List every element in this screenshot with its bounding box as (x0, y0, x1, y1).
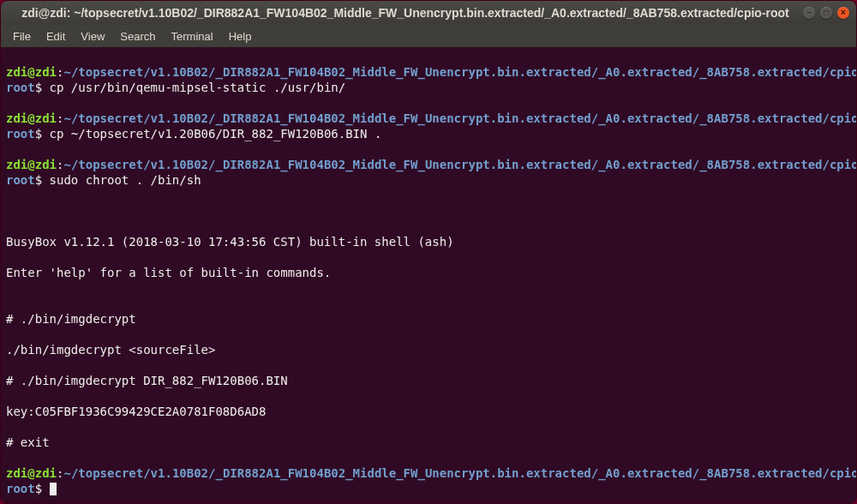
close-icon: × (841, 9, 846, 17)
command-text: cp /usr/bin/qemu-mipsel-static ./usr/bin… (42, 81, 345, 94)
terminal-line: ./bin/imgdecrypt <sourceFile> (6, 342, 851, 357)
terminal-line: zdi@zdi:~/topsecret/v1.10B02/_DIR882A1_F… (6, 111, 851, 141)
prompt-user: zdi (6, 111, 27, 125)
menu-help[interactable]: Help (222, 27, 259, 45)
terminal-line: zdi@zdi:~/topsecret/v1.10B02/_DIR882A1_F… (6, 64, 851, 95)
prompt-path: ~/topsecret/v1.10B02/_DIR882A1_FW104B02_… (6, 466, 856, 495)
terminal-line: zdi@zdi:~/topsecret/v1.10B02/_DIR882A1_F… (6, 465, 851, 496)
maximize-icon: □ (824, 9, 829, 17)
terminal-line: # exit (6, 435, 851, 450)
terminal-line: key:C05FBF1936C99429CE2A0781F08D6AD8 (6, 404, 851, 419)
close-button[interactable]: × (837, 7, 849, 19)
menubar: File Edit View Search Terminal Help (1, 25, 856, 47)
command-text: cp ~/topsecret/v1.20B06/DIR_882_FW120B06… (42, 127, 381, 141)
prompt-host: zdi (35, 111, 57, 125)
window-controls: – □ × (803, 7, 849, 19)
window-title: zdi@zdi: ~/topsecret/v1.10B02/_DIR882A1_… (8, 6, 803, 20)
minimize-button[interactable]: – (803, 7, 815, 19)
prompt-at: @ (27, 111, 34, 125)
prompt-user: zdi (6, 466, 27, 480)
prompt-user: zdi (6, 158, 27, 171)
prompt-dollar: $ (35, 127, 42, 141)
terminal-line: Enter 'help' for a list of built-in comm… (6, 265, 851, 280)
cursor-icon (50, 483, 57, 495)
terminal-line: zdi@zdi:~/topsecret/v1.10B02/_DIR882A1_F… (6, 157, 851, 188)
prompt-user: zdi (6, 65, 27, 79)
minimize-icon: – (806, 9, 812, 17)
prompt-at: @ (27, 65, 34, 79)
prompt-dollar: $ (35, 173, 42, 187)
terminal-line: # ./bin/imgdecrypt DIR_882_FW120B06.BIN (6, 373, 851, 388)
prompt-host: zdi (35, 65, 57, 79)
menu-file[interactable]: File (6, 27, 38, 45)
window-titlebar: zdi@zdi: ~/topsecret/v1.10B02/_DIR882A1_… (1, 1, 856, 25)
prompt-at: @ (27, 158, 34, 171)
prompt-dollar: $ (35, 81, 42, 94)
terminal-output[interactable]: zdi@zdi:~/topsecret/v1.10B02/_DIR882A1_F… (1, 47, 856, 504)
prompt-host: zdi (35, 466, 57, 480)
menu-edit[interactable]: Edit (39, 27, 72, 45)
terminal-line: BusyBox v1.12.1 (2018-03-10 17:43:56 CST… (6, 234, 851, 249)
prompt-host: zdi (35, 158, 57, 171)
menu-view[interactable]: View (74, 27, 111, 45)
prompt-dollar: $ (35, 482, 42, 495)
menu-terminal[interactable]: Terminal (165, 27, 220, 45)
prompt-at: @ (27, 466, 34, 480)
command-text: sudo chroot . /bin/sh (42, 173, 201, 187)
maximize-button[interactable]: □ (820, 7, 832, 19)
menu-search[interactable]: Search (113, 27, 162, 45)
terminal-line: # ./bin/imgdecrypt (6, 311, 851, 327)
